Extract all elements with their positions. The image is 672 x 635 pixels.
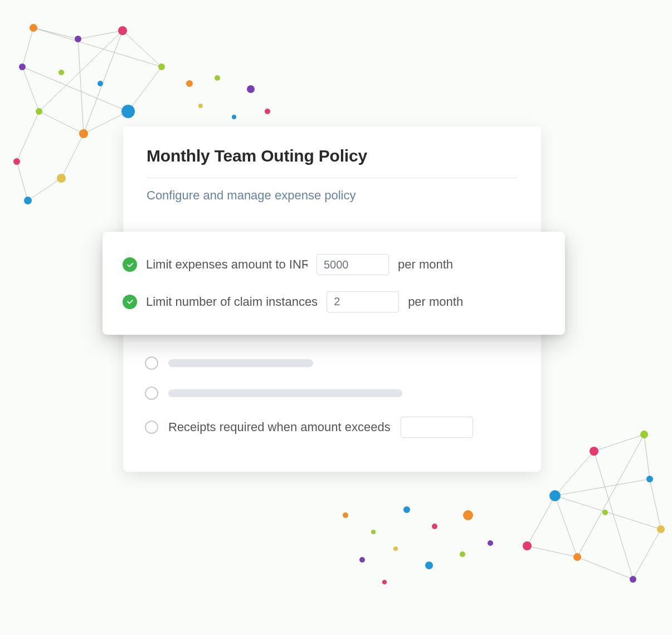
svg-point-40 [602, 510, 608, 515]
svg-point-9 [24, 197, 32, 204]
placeholder-line [168, 389, 402, 397]
rule1-suffix: per month [398, 257, 453, 272]
policy-title: Monthly Team Outing Policy [147, 146, 518, 165]
svg-point-24 [432, 524, 437, 529]
svg-point-3 [158, 63, 165, 70]
svg-point-5 [79, 129, 88, 138]
rule2-suffix: per month [408, 295, 463, 309]
svg-point-13 [186, 80, 193, 87]
inactive-rule-row[interactable] [145, 356, 524, 370]
svg-point-0 [30, 24, 37, 32]
svg-point-17 [232, 115, 236, 119]
decorative-dots-bottom [323, 493, 513, 593]
svg-point-11 [98, 81, 103, 86]
limit-expense-amount-rule[interactable]: Limit expenses amount to INR per month [123, 254, 545, 275]
svg-point-38 [646, 476, 653, 482]
inactive-rules-list: Receipts required when amount exceeds [145, 356, 524, 438]
svg-point-21 [343, 512, 348, 518]
claim-instances-input[interactable] [327, 291, 399, 312]
svg-point-37 [657, 525, 665, 533]
radio-unchecked-icon [145, 356, 158, 370]
svg-point-8 [57, 174, 66, 183]
svg-point-28 [425, 561, 433, 569]
svg-point-12 [59, 70, 64, 75]
svg-point-39 [523, 541, 532, 550]
svg-point-36 [630, 576, 636, 583]
receipts-required-label: Receipts required when amount exceeds [168, 420, 391, 434]
svg-point-4 [121, 105, 135, 118]
svg-point-16 [265, 109, 270, 114]
svg-point-32 [640, 431, 648, 438]
svg-point-23 [403, 506, 410, 513]
svg-point-7 [19, 63, 26, 70]
active-rules-overlay: Limit expenses amount to INR per month L… [103, 232, 565, 335]
svg-point-2 [118, 26, 127, 35]
svg-point-10 [13, 158, 20, 165]
limit-claim-instances-rule[interactable]: Limit number of claim instances per mont… [123, 291, 545, 312]
check-circle-icon [123, 295, 137, 309]
radio-unchecked-icon [145, 387, 158, 400]
svg-point-34 [549, 490, 561, 501]
svg-point-25 [463, 510, 473, 520]
svg-point-33 [590, 447, 598, 456]
svg-point-6 [36, 108, 42, 115]
svg-point-27 [393, 546, 398, 551]
svg-point-18 [198, 104, 203, 108]
receipts-threshold-input[interactable] [401, 417, 473, 438]
radio-unchecked-icon [145, 421, 158, 434]
svg-point-29 [460, 551, 465, 557]
svg-point-15 [247, 85, 255, 93]
divider [147, 178, 518, 178]
svg-point-35 [573, 553, 581, 561]
rule2-prefix: Limit number of claim instances [146, 295, 318, 309]
receipts-required-rule[interactable]: Receipts required when amount exceeds [145, 417, 524, 438]
svg-point-14 [215, 75, 220, 81]
svg-point-30 [382, 580, 387, 584]
rule1-prefix: Limit expenses amount to INR [146, 257, 308, 272]
check-circle-icon [123, 257, 137, 272]
svg-point-31 [488, 540, 493, 546]
expense-amount-input[interactable] [316, 254, 389, 275]
svg-point-22 [371, 530, 376, 534]
inactive-rule-row[interactable] [145, 387, 524, 400]
placeholder-line [168, 359, 313, 367]
svg-point-26 [359, 557, 365, 563]
svg-point-1 [75, 36, 81, 42]
policy-subtitle: Configure and manage expense policy [147, 188, 518, 203]
